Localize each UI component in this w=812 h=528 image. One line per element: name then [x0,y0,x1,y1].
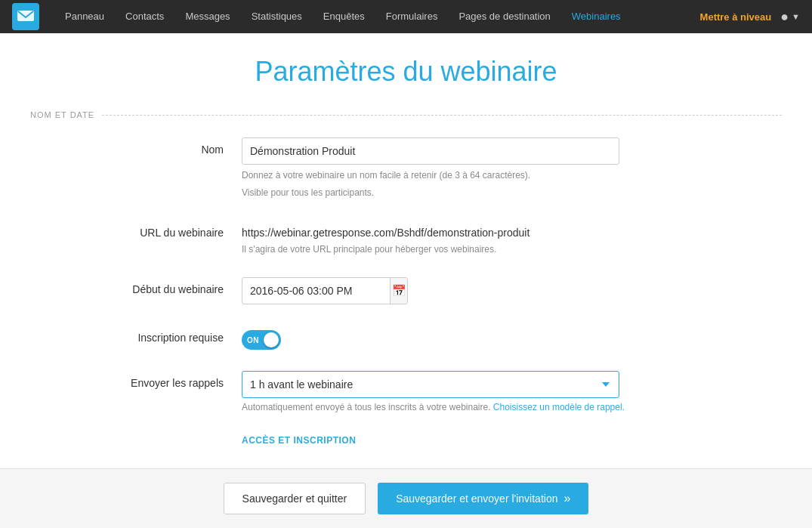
nom-hint-1: Donnez à votre webinaire un nom facile à… [242,168,782,182]
nav-statistiques[interactable]: Statistiques [241,0,313,33]
date-input[interactable] [242,285,390,297]
date-label: Début du webinaire [91,277,242,295]
form-row-url: URL du webinaire https://webinar.getresp… [30,221,782,256]
nav-formulaires[interactable]: Formulaires [375,0,449,33]
nav-webinaires[interactable]: Webinaires [561,0,631,33]
inscription-toggle[interactable]: ON [242,330,281,350]
navbar: Panneau Contacts Messages Statistiques E… [0,0,812,33]
upgrade-button[interactable]: Mettre à niveau [700,11,772,23]
calendar-icon[interactable]: 📅 [390,278,407,304]
url-hint: Il s'agira de votre URL principale pour … [242,242,782,256]
nom-label: Nom [91,137,242,156]
nav-right: Mettre à niveau ● ▼ [700,9,800,25]
nom-hint-2: Visible pour tous les participants. [242,186,782,199]
rappel-label: Envoyer les rappels [91,371,242,389]
form-row-inscription: Inscription requise ON [30,326,782,350]
url-field: https://webinar.getresponse.com/Bshdf/de… [242,221,782,256]
url-value: https://webinar.getresponse.com/Bshdf/de… [242,221,782,239]
nav-contacts[interactable]: Contacts [115,0,174,33]
nav-panneau[interactable]: Panneau [54,0,115,33]
nav-links: Panneau Contacts Messages Statistiques E… [54,0,700,33]
section-divider [102,115,782,116]
form-row-rappel: Envoyer les rappels 1 h avant le webinai… [30,371,782,412]
rappel-hint: Automatiquement envoyé à tous les inscri… [242,402,782,412]
rappel-field: 1 h avant le webinaire 24 h avant le web… [242,371,782,412]
nom-input[interactable] [242,137,619,165]
inscription-label: Inscription requise [91,326,242,344]
nav-messages[interactable]: Messages [174,0,240,33]
inscription-field: ON [242,326,782,350]
user-menu[interactable]: ● ▼ [780,9,800,25]
form-row-date: Début du webinaire 📅 [30,277,782,304]
url-label: URL du webinaire [91,221,242,239]
page-container: Paramètres du webinaire NOM ET DATE Nom … [0,33,812,476]
nom-field: Donnez à votre webinaire un nom facile à… [242,137,782,199]
date-input-wrap: 📅 [242,277,408,304]
nav-pages[interactable]: Pages de destination [448,0,560,33]
rappel-model-link[interactable]: Choisissez un modèle de rappel. [493,402,625,412]
rappel-select[interactable]: 1 h avant le webinaire 24 h avant le web… [242,371,619,398]
logo[interactable] [12,3,39,30]
toggle-on-label: ON [247,336,259,344]
toggle-thumb [264,332,279,347]
acces-inscription-link[interactable]: ACCÈS ET INSCRIPTION [30,435,356,446]
page-title: Paramètres du webinaire [30,56,782,88]
nav-enquetes[interactable]: Enquêtes [313,0,375,33]
date-field: 📅 [242,277,782,304]
footer-bar: Sauvegarder et quitter Sauvegarder et en… [0,468,812,476]
section-header-nom-date: NOM ET DATE [30,110,782,119]
section-label: NOM ET DATE [30,110,94,119]
form-row-nom: Nom Donnez à votre webinaire un nom faci… [30,137,782,199]
toggle-wrap: ON [242,326,782,350]
